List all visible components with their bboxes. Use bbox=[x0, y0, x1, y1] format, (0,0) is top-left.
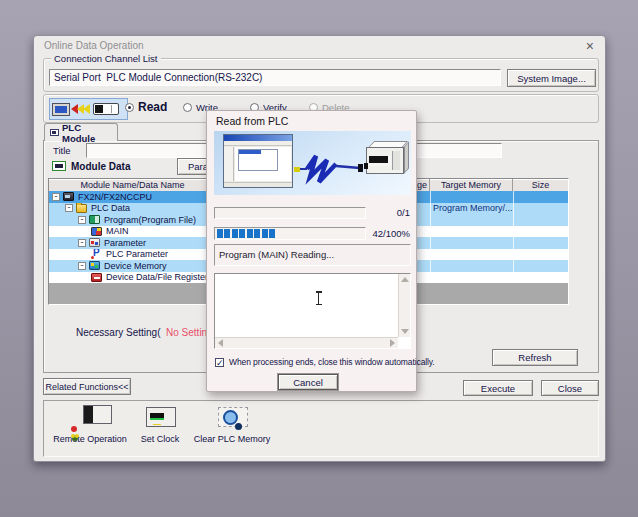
arrow-left-yellow-icon bbox=[83, 104, 90, 114]
horizontal-scrollbar[interactable] bbox=[215, 337, 398, 348]
expand-collapse-icon[interactable]: - bbox=[78, 216, 86, 224]
mini-window-sidebar bbox=[224, 147, 234, 181]
column-header-size[interactable]: Size bbox=[513, 179, 568, 191]
text-cursor-icon bbox=[315, 291, 323, 305]
necessary-setting-prefix: Necessary Setting( bbox=[76, 327, 160, 338]
progress-block bbox=[232, 229, 238, 238]
log-textarea[interactable] bbox=[214, 273, 411, 349]
device-data-icon bbox=[91, 273, 102, 282]
plc-module-tab-icon bbox=[50, 129, 59, 136]
mini-window-statusbar bbox=[224, 182, 292, 187]
related-function-label: Clear PLC Memory bbox=[188, 434, 276, 444]
radio-read[interactable]: Read bbox=[125, 100, 167, 114]
related-function-label: Remote Operation bbox=[48, 434, 132, 444]
folder-icon bbox=[76, 204, 87, 213]
related-remote-operation-button[interactable]: Remote Operation bbox=[48, 405, 132, 444]
mini-window-menubar bbox=[224, 141, 292, 146]
transfer-illustration bbox=[214, 131, 411, 195]
auto-close-checkbox[interactable]: ✓ bbox=[215, 358, 224, 367]
scroll-left-icon[interactable] bbox=[218, 339, 223, 347]
column-header-target-memory[interactable]: Target Memory bbox=[430, 179, 513, 191]
system-image-button[interactable]: System Image... bbox=[507, 69, 596, 87]
row-label: Program(Program File) bbox=[104, 215, 196, 225]
connection-channel-group: Connection Channel List System Image... bbox=[43, 58, 599, 92]
expand-collapse-icon[interactable]: - bbox=[52, 193, 60, 201]
plc-module-icon bbox=[93, 103, 119, 115]
related-functions-panel: Remote OperationSet ClockClear PLC Memor… bbox=[43, 400, 599, 457]
refresh-button[interactable]: Refresh bbox=[492, 349, 578, 366]
plc-parameter-icon bbox=[91, 250, 102, 259]
percent-progress-bar bbox=[214, 227, 366, 240]
module-data-icon bbox=[52, 161, 66, 171]
plc-device-icon bbox=[364, 139, 409, 179]
column-header-module-name[interactable]: Module Name/Data Name bbox=[49, 179, 217, 191]
plc-port bbox=[364, 163, 368, 169]
row-label: Device Data/File Register bbox=[106, 272, 208, 282]
target-memory-value: Program Memory/... bbox=[433, 203, 513, 213]
plc-front-face bbox=[366, 147, 404, 174]
progress-block bbox=[254, 229, 260, 238]
read-direction-icon bbox=[49, 98, 128, 120]
read-from-plc-dialog: Read from PLC 0/1 42/100% Prog bbox=[206, 110, 417, 392]
clear-plc-memory-icon bbox=[210, 405, 254, 433]
row-label: PLC Parameter bbox=[106, 249, 168, 259]
expand-collapse-icon[interactable]: - bbox=[78, 262, 86, 270]
tab-plc-module[interactable]: PLC Module bbox=[44, 123, 118, 141]
vertical-scrollbar[interactable] bbox=[398, 274, 410, 337]
set-clock-icon bbox=[138, 405, 182, 433]
ladder-program-icon bbox=[91, 227, 102, 236]
radio-circle-icon[interactable] bbox=[183, 103, 192, 112]
status-box: Program (MAIN) Reading... bbox=[214, 244, 411, 266]
cancel-button[interactable]: Cancel bbox=[278, 374, 338, 390]
parameter-folder-icon bbox=[89, 238, 100, 247]
progress-block bbox=[269, 229, 275, 238]
related-functions-toggle-button[interactable]: Related Functions<< bbox=[43, 378, 131, 395]
status-text: Program (MAIN) Reading... bbox=[219, 249, 334, 260]
device-memory-folder-icon bbox=[89, 261, 100, 270]
auto-close-row: ✓ When processing ends, close this windo… bbox=[215, 357, 435, 367]
lightning-connection-icon bbox=[294, 153, 364, 187]
file-progress-bar bbox=[214, 207, 366, 219]
tab-label: PLC Module bbox=[62, 122, 112, 144]
computer-icon bbox=[52, 103, 70, 116]
scroll-right-icon[interactable] bbox=[390, 339, 395, 347]
related-set-clock-button[interactable]: Set Clock bbox=[134, 405, 186, 444]
radio-circle-icon[interactable] bbox=[125, 103, 134, 112]
mini-window-client bbox=[235, 147, 291, 181]
row-label: MAIN bbox=[106, 226, 129, 236]
cpu-icon bbox=[63, 192, 74, 201]
row-label: PLC Data bbox=[91, 203, 130, 213]
connection-group-label: Connection Channel List bbox=[51, 53, 161, 64]
related-clear-plc-memory-button[interactable]: Clear PLC Memory bbox=[188, 405, 276, 444]
scroll-down-icon[interactable] bbox=[401, 329, 409, 334]
plc-side-face bbox=[404, 141, 409, 174]
close-icon[interactable]: × bbox=[586, 38, 594, 54]
mini-inner-window bbox=[238, 149, 278, 171]
expand-collapse-icon[interactable]: - bbox=[78, 239, 86, 247]
file-progress-label: 0/1 bbox=[397, 207, 410, 218]
percent-progress-label: 42/100% bbox=[372, 228, 410, 239]
expand-collapse-icon[interactable]: - bbox=[65, 204, 73, 212]
title-label: Title bbox=[53, 145, 71, 156]
window-title: Online Data Operation bbox=[44, 40, 144, 51]
progress-block bbox=[262, 229, 268, 238]
close-button[interactable]: Close bbox=[541, 380, 599, 396]
row-label: FX2N/FX2NCCPU bbox=[78, 192, 152, 202]
computer-screen-icon bbox=[223, 134, 293, 188]
progress-block bbox=[247, 229, 253, 238]
column-divider bbox=[430, 191, 431, 283]
progress-block bbox=[239, 229, 245, 238]
auto-close-label: When processing ends, close this window … bbox=[229, 357, 435, 367]
column-divider bbox=[513, 191, 514, 283]
remote-operation-icon bbox=[68, 405, 112, 433]
connection-channel-input[interactable] bbox=[49, 69, 501, 86]
related-function-label: Set Clock bbox=[134, 434, 186, 444]
scroll-up-icon[interactable] bbox=[401, 277, 409, 282]
execute-button[interactable]: Execute bbox=[463, 380, 533, 396]
row-label: Device Memory bbox=[104, 261, 167, 271]
program-folder-icon bbox=[89, 215, 100, 224]
row-label: Parameter bbox=[104, 238, 146, 248]
progress-block bbox=[224, 229, 230, 238]
radio-label: Read bbox=[138, 100, 167, 114]
module-data-label: Module Data bbox=[71, 161, 130, 172]
